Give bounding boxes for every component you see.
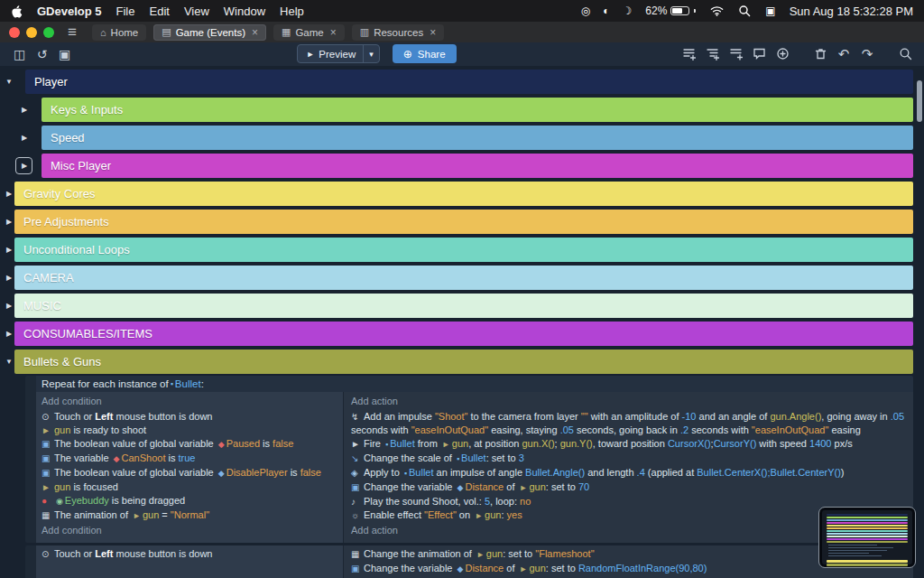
- control-center-icon[interactable]: ▣: [765, 5, 775, 17]
- condition-row[interactable]: ⊙Touch or Left mouse button is down: [42, 410, 337, 424]
- menubar-clock[interactable]: Sun Aug 18 5:32:28 PM: [790, 5, 913, 18]
- moon-icon[interactable]: ☽: [623, 5, 633, 17]
- event-drag-handle[interactable]: [25, 545, 36, 578]
- preview-dropdown-button[interactable]: ▾: [363, 45, 379, 62]
- tab-close-icon[interactable]: ×: [330, 26, 337, 39]
- text-segment: Repeat for each instance of: [42, 378, 169, 389]
- close-window-button[interactable]: [9, 27, 20, 38]
- wifi-icon[interactable]: [709, 4, 724, 18]
- group-row-consumables-items[interactable]: CONSUMABLES/ITEMS: [14, 322, 913, 346]
- group-expand-arrow[interactable]: ▶: [3, 330, 15, 338]
- main-menu-icon[interactable]: ≡: [68, 24, 77, 40]
- screen-mirroring-icon[interactable]: ◎: [581, 5, 590, 17]
- condition-row[interactable]: ▣The boolean value of global variable ◆P…: [42, 437, 337, 452]
- action-row[interactable]: ↯Add an impulse "Shoot" to the camera fr…: [351, 410, 906, 437]
- group-row-unconditional-loops[interactable]: Unconditional Loops: [14, 238, 913, 262]
- apple-menu[interactable]: [11, 5, 23, 18]
- tab-close-icon[interactable]: ×: [430, 26, 436, 39]
- text-segment: and an angle of: [696, 411, 770, 422]
- group-row-music[interactable]: MUSIC: [14, 294, 913, 318]
- group-expand-arrow[interactable]: ▶: [18, 106, 31, 114]
- menu-window[interactable]: Window: [224, 5, 265, 18]
- text-segment: gun: [452, 438, 468, 449]
- active-app-name[interactable]: GDevelop 5: [37, 5, 102, 18]
- group-expand-arrow[interactable]: ▶: [3, 246, 15, 254]
- text-segment: Distance: [465, 481, 504, 492]
- tab-close-icon[interactable]: ×: [252, 26, 258, 39]
- add-event-icon[interactable]: [679, 47, 698, 61]
- redo-icon[interactable]: ↷: [857, 47, 877, 61]
- group-expand-arrow[interactable]: ▶: [3, 274, 15, 282]
- events-minimap[interactable]: [819, 508, 915, 567]
- menu-view[interactable]: View: [184, 5, 209, 18]
- group-expand-arrow[interactable]: ▶: [18, 134, 31, 142]
- layout-icon[interactable]: ◫: [9, 48, 30, 61]
- menu-help[interactable]: Help: [280, 5, 304, 18]
- tab-resources[interactable]: ▥Resources×: [352, 24, 444, 41]
- condition-row[interactable]: ▣The boolean value of global variable ◆D…: [42, 466, 337, 480]
- event-block[interactable]: ⊙Touch or Left mouse button is down▦Chan…: [25, 545, 913, 578]
- group-expand-arrow[interactable]: ▼: [3, 358, 15, 366]
- inline-icon: ►: [442, 438, 450, 452]
- group-row-speed[interactable]: Speed: [42, 126, 913, 150]
- group-expand-arrow[interactable]: ▶: [3, 302, 15, 310]
- condition-row[interactable]: ●◉Eyebuddy is being dragged: [42, 494, 337, 508]
- condition-row[interactable]: ▣The variable ◆CanShoot is true: [42, 452, 337, 466]
- group-row-misc-player[interactable]: Misc Player: [42, 154, 913, 178]
- battery-indicator[interactable]: 62%: [645, 5, 696, 17]
- menu-edit[interactable]: Edit: [149, 5, 169, 18]
- add-condition-button[interactable]: Add condition: [42, 394, 337, 410]
- add-comment-icon[interactable]: [749, 47, 769, 61]
- scrollbar-thumb[interactable]: [917, 80, 922, 122]
- minimize-window-button[interactable]: [26, 27, 37, 38]
- inline-icon: ◆: [218, 467, 225, 480]
- spotlight-search-icon[interactable]: [737, 4, 752, 18]
- vertical-scrollbar[interactable]: [917, 68, 922, 576]
- condition-row[interactable]: ⊙Touch or Left mouse button is down: [42, 547, 337, 561]
- action-row[interactable]: ♪Play the sound Shoot, vol.: 5, loop: no: [351, 495, 906, 508]
- text-segment: .2: [680, 424, 688, 435]
- group-expand-arrow[interactable]: ▶: [18, 162, 31, 170]
- focus-icon[interactable]: ◐: [603, 5, 609, 17]
- group-row-pre-adjustments[interactable]: Pre Adjustments: [14, 210, 913, 234]
- event-block[interactable]: Repeat for each instance of ▪Bullet :Add…: [25, 376, 913, 543]
- group-row-gravity-cores[interactable]: Gravity Cores: [14, 182, 913, 206]
- add-action-button[interactable]: Add action: [351, 394, 906, 410]
- group-expand-arrow[interactable]: ▶: [3, 190, 15, 198]
- search-icon[interactable]: [895, 47, 915, 61]
- action-row[interactable]: ►Fire ▪Bullet from ►gun, at position gun…: [351, 437, 906, 452]
- text-segment: yes: [507, 509, 522, 520]
- menu-file[interactable]: File: [116, 5, 135, 18]
- preview-button[interactable]: ► Preview ▾: [297, 44, 379, 63]
- add-subevent-icon[interactable]: [702, 47, 722, 61]
- add-condition-button[interactable]: Add condition: [42, 523, 337, 539]
- condition-row[interactable]: ▦The animation of ►gun = "Normal": [42, 508, 337, 523]
- share-button[interactable]: ⊕ Share: [393, 44, 457, 63]
- tab-game[interactable]: ▦Game×: [273, 24, 345, 41]
- screenshot-icon[interactable]: ▣: [54, 48, 75, 61]
- group-row-camera[interactable]: CAMERA: [14, 266, 913, 290]
- event-drag-handle[interactable]: [25, 376, 36, 543]
- condition-row[interactable]: ►gun is focused: [42, 480, 337, 494]
- undo-icon[interactable]: ↶: [834, 47, 854, 61]
- action-row[interactable]: ◈Apply to ▪Bullet an impulse of angle Bu…: [351, 466, 906, 480]
- text-segment: Bullet: [409, 467, 434, 478]
- group-expand-arrow[interactable]: ▶: [3, 218, 15, 226]
- add-other-event-icon[interactable]: [725, 47, 745, 61]
- action-row[interactable]: ↘Change the scale of ▪Bullet: set to 3: [351, 452, 906, 466]
- group-row-player[interactable]: Player: [25, 70, 913, 94]
- group-row-keys-inputs[interactable]: Keys & Inputs: [42, 98, 913, 122]
- delete-icon[interactable]: [810, 47, 830, 61]
- text-segment: Bullet.CenterX();Bullet.CenterY(): [697, 467, 841, 478]
- action-row[interactable]: ▣Change the variable ◆Distance of ►gun: …: [351, 480, 906, 495]
- repeat-event-header[interactable]: Repeat for each instance of ▪Bullet :: [36, 376, 913, 392]
- tab-home[interactable]: ⌂Home: [92, 24, 146, 41]
- tab-game-events-[interactable]: ▤Game (Events)×: [153, 24, 266, 41]
- row-icon: ►: [42, 424, 54, 437]
- circle-plus-icon[interactable]: [772, 47, 792, 61]
- condition-row[interactable]: ►gun is ready to shoot: [42, 424, 337, 437]
- group-row-bullets-guns[interactable]: Bullets & Guns: [14, 350, 913, 374]
- group-expand-arrow[interactable]: ▼: [3, 78, 15, 86]
- history-icon[interactable]: ↺: [32, 48, 52, 61]
- zoom-window-button[interactable]: [43, 27, 54, 38]
